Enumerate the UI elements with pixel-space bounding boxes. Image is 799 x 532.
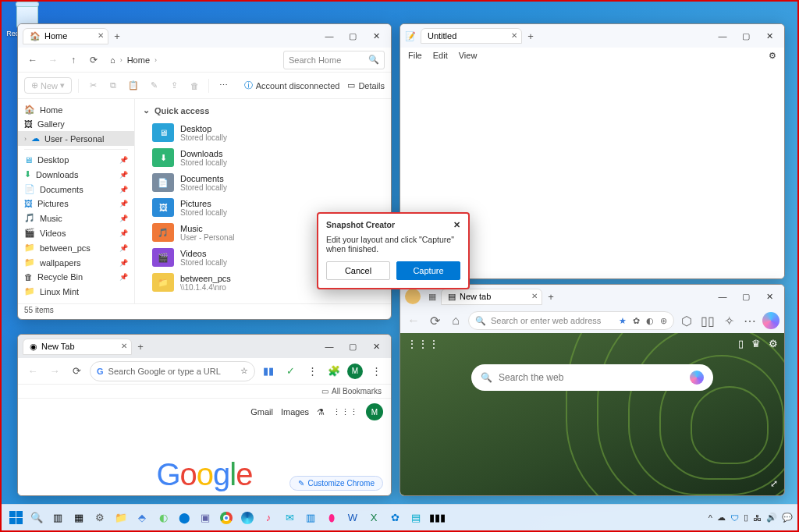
close-button[interactable]: ✕ bbox=[364, 27, 388, 45]
taskbar-app[interactable]: ▮▮▮ bbox=[428, 509, 446, 527]
mobile-icon[interactable]: ▯ bbox=[738, 338, 744, 350]
workspaces-icon[interactable]: ▦ bbox=[424, 288, 441, 305]
taskbar-app[interactable]: ▥ bbox=[301, 509, 320, 527]
notepad-tab[interactable]: Untitled ✕ bbox=[421, 28, 522, 44]
extension-icon[interactable]: ⬡ bbox=[678, 312, 695, 329]
split-icon[interactable]: ▯▯ bbox=[699, 312, 716, 329]
minimize-button[interactable]: — bbox=[711, 287, 734, 306]
taskbar-app[interactable]: ▤ bbox=[407, 509, 425, 527]
forward-button[interactable]: → bbox=[44, 51, 62, 69]
share-icon[interactable]: ⇪ bbox=[166, 78, 182, 94]
new-tab-button[interactable]: + bbox=[522, 27, 539, 44]
close-icon[interactable]: ✕ bbox=[453, 220, 460, 230]
back-button[interactable]: ← bbox=[24, 363, 41, 380]
delete-icon[interactable]: 🗑 bbox=[186, 78, 202, 94]
refresh-button[interactable]: ⟳ bbox=[426, 312, 443, 329]
capture-button[interactable]: Capture bbox=[396, 261, 460, 280]
all-bookmarks[interactable]: All Bookmarks bbox=[332, 387, 382, 395]
address-bar[interactable]: ⌂› Home› bbox=[105, 51, 280, 69]
tray-security-icon[interactable]: 🛡 bbox=[730, 513, 739, 523]
profile-avatar[interactable]: M bbox=[347, 364, 363, 379]
start-button[interactable] bbox=[6, 509, 25, 527]
taskbar-edge[interactable] bbox=[238, 509, 257, 527]
rewards-icon[interactable]: ♛ bbox=[751, 338, 761, 350]
profile-avatar[interactable] bbox=[405, 289, 421, 304]
sidebar-item-downloads[interactable]: ⬇Downloads📌 bbox=[18, 167, 134, 182]
taskbar-app[interactable]: ✉ bbox=[280, 509, 299, 527]
edge-search-box[interactable]: 🔍 Search the web bbox=[471, 364, 713, 391]
explorer-tab[interactable]: 🏠 Home ✕ bbox=[23, 28, 108, 44]
cancel-button[interactable]: Cancel bbox=[326, 261, 390, 280]
minimize-button[interactable]: — bbox=[318, 27, 341, 45]
gmail-link[interactable]: Gmail bbox=[250, 407, 273, 417]
extension-icon[interactable]: ⊛ bbox=[660, 316, 667, 326]
copy-icon[interactable]: ⧉ bbox=[105, 78, 121, 94]
explorer-search[interactable]: Search Home 🔍 bbox=[283, 51, 385, 69]
new-button[interactable]: ⊕ New ▾ bbox=[24, 77, 72, 94]
sidebar-item-wallpapers[interactable]: 📁wallpapers📌 bbox=[18, 255, 134, 270]
sidebar-item-documents[interactable]: 📄Documents📌 bbox=[18, 182, 134, 197]
close-tab-icon[interactable]: ✕ bbox=[121, 342, 127, 350]
sidebar-item-home[interactable]: 🏠Home bbox=[18, 102, 134, 117]
sidebar-item-desktop[interactable]: 🖥Desktop📌 bbox=[18, 153, 134, 167]
quick-access-item[interactable]: ⬇DownloadsStored locally bbox=[143, 147, 383, 172]
maximize-button[interactable]: ▢ bbox=[341, 337, 364, 356]
taskbar-app[interactable]: ▦ bbox=[69, 509, 88, 527]
refresh-button[interactable]: ⟳ bbox=[85, 51, 102, 69]
taskbar-app[interactable]: ⚙ bbox=[91, 509, 109, 527]
extension-icon[interactable]: ▮▮ bbox=[260, 363, 277, 380]
new-tab-button[interactable]: + bbox=[132, 338, 149, 355]
more-icon[interactable]: ⋯ bbox=[215, 78, 231, 94]
sidebar-item-user[interactable]: ›☁User - Personal bbox=[18, 131, 134, 146]
apps-icon[interactable]: ⋮⋮⋮ bbox=[332, 407, 358, 417]
menu-icon[interactable]: ⋯ bbox=[741, 312, 758, 329]
taskbar-app[interactable]: ✿ bbox=[385, 509, 404, 527]
menu-icon[interactable]: ⋮ bbox=[368, 363, 385, 380]
taskbar-chrome[interactable] bbox=[217, 509, 236, 527]
account-status[interactable]: ⓘAccount disconnected bbox=[244, 80, 340, 91]
maximize-button[interactable]: ▢ bbox=[734, 287, 758, 306]
customize-chrome-button[interactable]: ✎Customize Chrome bbox=[289, 476, 383, 491]
tray-notifications-icon[interactable]: 💬 bbox=[782, 512, 793, 523]
sidebar-item-videos[interactable]: 🎬Videos📌 bbox=[18, 225, 134, 240]
copilot-icon[interactable] bbox=[762, 312, 779, 329]
apps-icon[interactable]: ⋮⋮⋮ bbox=[407, 338, 439, 350]
paste-icon[interactable]: 📋 bbox=[126, 78, 141, 94]
star-icon[interactable]: ★ bbox=[619, 316, 627, 326]
back-button[interactable]: ← bbox=[24, 51, 41, 69]
taskview-button[interactable]: ▥ bbox=[48, 509, 67, 527]
profile-avatar[interactable]: M bbox=[366, 403, 383, 420]
chrome-tab[interactable]: ◉ New Tab ✕ bbox=[23, 339, 132, 355]
taskbar-app[interactable]: ⬘ bbox=[133, 509, 151, 527]
taskbar-explorer[interactable]: 📁 bbox=[112, 509, 130, 527]
taskbar-app[interactable]: ◐ bbox=[154, 509, 172, 527]
chrome-omnibox[interactable]: G Search Google or type a URL ☆ bbox=[90, 361, 255, 381]
quick-access-header[interactable]: ⌄Quick access bbox=[143, 102, 383, 122]
details-button[interactable]: ▭Details bbox=[347, 80, 385, 90]
sidebar-item-gallery[interactable]: 🖼Gallery bbox=[18, 117, 134, 131]
maximize-button[interactable]: ▢ bbox=[341, 27, 364, 45]
new-tab-button[interactable]: + bbox=[108, 27, 126, 44]
extension-icon[interactable]: ✓ bbox=[282, 363, 299, 380]
taskbar-app[interactable]: W bbox=[343, 509, 362, 527]
quick-access-item[interactable]: 🖥DesktopStored locally bbox=[143, 122, 383, 147]
menu-icon[interactable]: ⋮ bbox=[304, 363, 321, 380]
maximize-button[interactable]: ▢ bbox=[734, 27, 758, 45]
menu-edit[interactable]: Edit bbox=[433, 51, 448, 61]
tray-chevron-icon[interactable]: ^ bbox=[708, 513, 712, 523]
close-tab-icon[interactable]: ✕ bbox=[531, 292, 538, 300]
images-link[interactable]: Images bbox=[281, 407, 309, 417]
taskbar-app[interactable]: ♪ bbox=[259, 509, 278, 527]
forward-button[interactable]: → bbox=[46, 363, 63, 380]
minimize-button[interactable]: — bbox=[711, 27, 734, 45]
sidebar-item-linux[interactable]: 📁Linux Mint bbox=[18, 284, 134, 299]
sidebar-item-pictures[interactable]: 🖼Pictures📌 bbox=[18, 197, 134, 211]
close-button[interactable]: ✕ bbox=[364, 337, 388, 356]
close-button[interactable]: ✕ bbox=[758, 27, 781, 45]
home-button[interactable]: ⌂ bbox=[447, 312, 464, 329]
tray-network-icon[interactable]: 🖧 bbox=[753, 513, 762, 523]
favorites-icon[interactable]: ✧ bbox=[720, 312, 737, 329]
close-tab-icon[interactable]: ✕ bbox=[98, 31, 104, 40]
settings-icon[interactable]: ⚙ bbox=[769, 338, 778, 350]
taskbar-app[interactable]: ⬮ bbox=[322, 509, 341, 527]
